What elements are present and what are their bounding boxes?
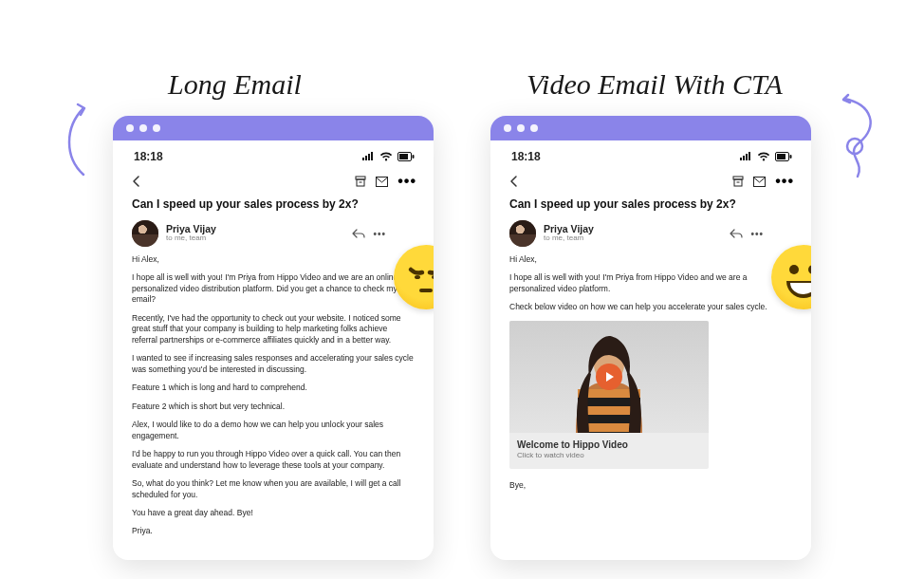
sender-recipients: to me, team bbox=[166, 234, 216, 243]
body-paragraph: I hope all is well with you! I'm Priya f… bbox=[132, 272, 415, 305]
body-paragraph: Alex, I would like to do a demo how we c… bbox=[132, 420, 415, 441]
email-body: Hi Alex, I hope all is well with you! I'… bbox=[113, 254, 434, 560]
wifi-icon bbox=[757, 152, 770, 161]
sad-face-emoji bbox=[394, 245, 434, 309]
window-dot bbox=[126, 124, 134, 132]
body-paragraph: I wanted to see if increasing sales resp… bbox=[132, 353, 415, 375]
more-icon[interactable]: ••• bbox=[397, 173, 416, 190]
email-subject: Can I speed up your sales process by 2x? bbox=[113, 192, 434, 215]
clock-time: 18:18 bbox=[134, 150, 163, 163]
mail-icon[interactable] bbox=[753, 177, 766, 187]
browser-chrome bbox=[490, 116, 811, 140]
heading-long-email: Long Email bbox=[168, 68, 302, 101]
window-dot bbox=[517, 124, 525, 132]
body-paragraph: Feature 1 which is long and hard to comp… bbox=[132, 383, 415, 393]
window-dot bbox=[530, 124, 538, 132]
email-preview-video: 18:18 bbox=[490, 116, 811, 560]
mail-icon[interactable] bbox=[376, 177, 388, 187]
svg-point-21 bbox=[789, 265, 799, 274]
signal-icon bbox=[739, 152, 752, 161]
happy-face-emoji bbox=[771, 245, 811, 309]
archive-icon[interactable] bbox=[732, 176, 744, 187]
sender-recipients: to me, team bbox=[544, 234, 594, 243]
avatar bbox=[509, 220, 536, 247]
body-paragraph: Check below video on how we can help you… bbox=[509, 302, 792, 312]
svg-rect-12 bbox=[790, 155, 792, 159]
battery-icon bbox=[775, 152, 792, 161]
body-paragraph: Feature 2 which is short but very techni… bbox=[132, 402, 415, 412]
back-icon[interactable] bbox=[130, 175, 143, 188]
body-paragraph: Hi Alex, bbox=[132, 254, 415, 265]
heading-video-email: Video Email With CTA bbox=[527, 68, 783, 101]
window-dot bbox=[504, 124, 511, 132]
svg-point-8 bbox=[432, 275, 434, 279]
svg-rect-11 bbox=[777, 154, 785, 159]
svg-rect-3 bbox=[413, 155, 415, 159]
more-icon[interactable]: ••• bbox=[775, 173, 794, 190]
back-icon[interactable] bbox=[508, 175, 521, 188]
svg-point-22 bbox=[808, 265, 811, 274]
video-thumbnail[interactable] bbox=[509, 321, 709, 433]
phone-status-bar: 18:18 bbox=[490, 140, 811, 169]
wifi-icon bbox=[379, 152, 393, 161]
email-subject: Can I speed up your sales process by 2x? bbox=[490, 192, 811, 215]
body-paragraph: Recently, I've had the opportunity to ch… bbox=[132, 313, 415, 346]
battery-icon bbox=[397, 152, 415, 161]
email-body: Hi Alex, I hope all is well with you! I'… bbox=[490, 254, 811, 514]
window-dot bbox=[153, 124, 160, 132]
video-subtitle: Click to watch video bbox=[517, 451, 701, 461]
browser-chrome bbox=[113, 116, 434, 140]
body-paragraph: I'd be happy to run you through Hippo Vi… bbox=[132, 449, 415, 471]
svg-point-7 bbox=[415, 275, 420, 279]
body-paragraph: So, what do you think? Let me know when … bbox=[132, 478, 415, 500]
more-icon[interactable]: ••• bbox=[750, 229, 764, 239]
archive-icon[interactable] bbox=[355, 176, 366, 187]
body-paragraph: You have a great day ahead. Bye! bbox=[132, 508, 415, 518]
svg-rect-2 bbox=[399, 154, 408, 159]
body-paragraph: Bye, bbox=[509, 480, 792, 491]
video-title: Welcome to Hippo Video bbox=[517, 439, 701, 452]
signal-icon bbox=[361, 152, 375, 161]
reply-icon[interactable] bbox=[352, 229, 365, 238]
reply-icon[interactable] bbox=[730, 229, 743, 238]
more-icon[interactable]: ••• bbox=[373, 229, 386, 239]
window-dot bbox=[139, 124, 147, 132]
body-paragraph: I hope all is well with you! I'm Priya f… bbox=[509, 272, 792, 294]
body-paragraph: Priya. bbox=[132, 526, 415, 536]
avatar bbox=[132, 220, 158, 247]
phone-status-bar: 18:18 bbox=[113, 140, 434, 169]
play-icon[interactable] bbox=[596, 364, 622, 390]
svg-rect-9 bbox=[419, 289, 433, 292]
email-preview-long: 18:18 bbox=[113, 116, 434, 560]
clock-time: 18:18 bbox=[511, 150, 541, 163]
body-paragraph: Hi Alex, bbox=[509, 254, 792, 265]
video-cta-card[interactable]: Welcome to Hippo Video Click to watch vi… bbox=[509, 321, 709, 469]
